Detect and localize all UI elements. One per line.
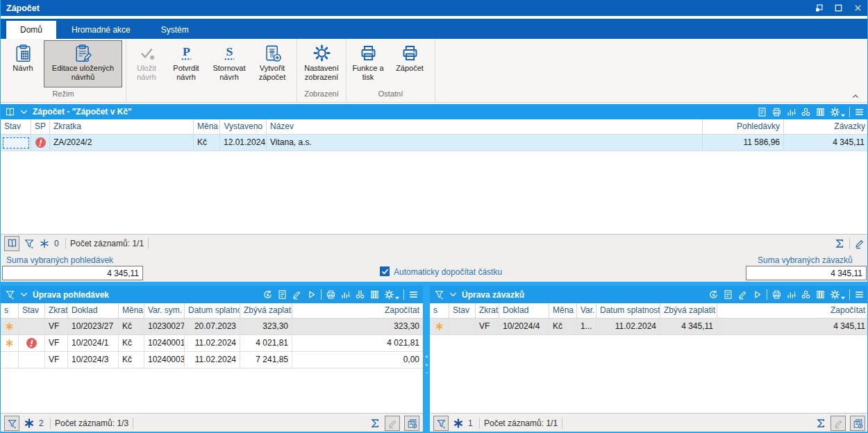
float-window-button[interactable] bbox=[809, 1, 828, 15]
column-header-datum[interactable]: Datum splatnosti bbox=[596, 303, 660, 318]
filter-button[interactable] bbox=[4, 416, 19, 431]
edit-pencil-icon[interactable] bbox=[292, 289, 302, 300]
column-header-sp[interactable]: SP bbox=[31, 119, 50, 134]
filter-icon[interactable] bbox=[5, 289, 15, 300]
refresh-currency-icon[interactable]: $ bbox=[708, 289, 719, 300]
column-header-mena[interactable]: Měna bbox=[119, 303, 144, 318]
vertical-splitter[interactable] bbox=[423, 286, 430, 432]
chevron-down-icon[interactable] bbox=[19, 108, 28, 117]
columns-icon[interactable] bbox=[815, 107, 826, 117]
chevron-down-icon[interactable] bbox=[19, 290, 28, 299]
column-header-zbyva[interactable]: Zbývá zaplatit bbox=[660, 303, 717, 318]
zapocet-print-button[interactable]: Zápočet bbox=[388, 40, 431, 87]
table-row[interactable]: VF 10/2024/1 Kč 10240001 11.02.2024 4 02… bbox=[1, 335, 423, 352]
column-header-varsym[interactable]: Var. sym. bbox=[577, 303, 596, 318]
print-icon[interactable] bbox=[771, 107, 782, 117]
play-icon[interactable] bbox=[752, 289, 762, 300]
star-filter-icon[interactable] bbox=[453, 418, 464, 429]
sum-icon[interactable] bbox=[369, 418, 381, 429]
caret-down-icon bbox=[841, 114, 845, 117]
column-header-stav[interactable]: Stav bbox=[449, 303, 476, 318]
cell-varsym: 1... bbox=[577, 319, 596, 334]
print-icon[interactable] bbox=[771, 289, 782, 300]
chart-icon[interactable] bbox=[786, 289, 796, 300]
column-header-pohledavky[interactable]: Pohledávky bbox=[703, 119, 784, 134]
column-header-doklad[interactable]: Doklad bbox=[499, 303, 549, 318]
columns-icon[interactable] bbox=[369, 289, 380, 300]
navrh-button[interactable]: Návrh bbox=[2, 40, 44, 87]
column-header-stav[interactable]: Stav bbox=[19, 303, 45, 318]
refresh-currency-icon[interactable]: $ bbox=[262, 289, 273, 300]
editace-ulozenych-navrhu-button[interactable]: Editace uložených návrhů bbox=[44, 40, 122, 87]
star-filter-icon[interactable] bbox=[24, 418, 35, 429]
table-row[interactable]: VF 10/2024/3 Kč 10240003 11.02.2024 7 24… bbox=[1, 352, 423, 368]
filter-icon[interactable] bbox=[24, 238, 35, 249]
snowflake-icon[interactable] bbox=[39, 238, 50, 249]
column-header-s[interactable]: s bbox=[430, 303, 449, 318]
column-header-stav[interactable]: Stav bbox=[1, 119, 31, 134]
edit-pencil-icon[interactable] bbox=[737, 289, 748, 300]
column-header-zkratka[interactable]: Zkratka bbox=[50, 119, 194, 134]
tab-system[interactable]: Systém bbox=[146, 21, 204, 39]
report-icon[interactable] bbox=[757, 107, 767, 117]
collapse-ribbon-icon[interactable] bbox=[851, 92, 860, 101]
auto-dopocitat-checkbox[interactable] bbox=[380, 266, 390, 276]
column-header-zavazky[interactable]: Závazky bbox=[784, 119, 868, 134]
sum-zavazky-input[interactable] bbox=[746, 266, 867, 280]
book-icon[interactable] bbox=[5, 107, 15, 117]
funkce-a-tisk-button[interactable]: Funkce a tisk bbox=[348, 40, 388, 87]
chart-icon[interactable] bbox=[786, 107, 796, 117]
column-header-zapocitat[interactable]: Započítat bbox=[292, 303, 423, 318]
close-button[interactable] bbox=[848, 1, 867, 15]
copy-add-icon bbox=[407, 418, 417, 429]
tab-hromadne-akce[interactable]: Hromadné akce bbox=[56, 21, 146, 39]
sum-icon[interactable] bbox=[815, 418, 826, 429]
edit-pencil-icon[interactable] bbox=[854, 238, 865, 249]
copy-add-button[interactable] bbox=[850, 416, 865, 431]
column-header-varsym[interactable]: Var. sym. bbox=[144, 303, 185, 318]
copy-add-button[interactable] bbox=[404, 416, 419, 431]
grid-settings-button[interactable] bbox=[830, 107, 845, 117]
filter-icon[interactable] bbox=[434, 289, 444, 300]
table-row[interactable]: ZA/2024/2 Kč 12.01.2024 Vitana, a.s. 11 … bbox=[1, 135, 868, 151]
filter-button[interactable] bbox=[433, 416, 449, 431]
column-header-zkratka[interactable]: Zkratka bbox=[45, 303, 68, 318]
column-header-mena[interactable]: Měna bbox=[194, 119, 220, 134]
sum-pohledavky-input[interactable] bbox=[2, 266, 143, 280]
column-header-doklad[interactable]: Doklad bbox=[68, 303, 119, 318]
grid-settings-button[interactable] bbox=[384, 289, 399, 300]
table-row[interactable]: VF 10/2023/27 Kč 10230027 20.07.2023 323… bbox=[1, 319, 423, 335]
column-header-nazev[interactable]: Název bbox=[267, 119, 703, 134]
column-header-datum[interactable]: Datum splatnosti bbox=[185, 303, 240, 318]
column-header-zapocitat[interactable]: Započítat bbox=[717, 303, 868, 318]
tab-domu[interactable]: Domů bbox=[6, 21, 56, 39]
nastaveni-zobrazeni-button[interactable]: Nastavení zobrazení bbox=[299, 40, 344, 87]
maximize-button[interactable] bbox=[828, 1, 848, 15]
print-icon[interactable] bbox=[326, 289, 336, 300]
column-header-zbyva[interactable]: Zbývá zaplatit bbox=[240, 303, 292, 318]
report-icon[interactable] bbox=[723, 289, 733, 300]
book-view-button[interactable] bbox=[4, 236, 19, 251]
play-icon[interactable] bbox=[306, 289, 317, 300]
columns-icon[interactable] bbox=[815, 289, 826, 300]
menu-icon[interactable] bbox=[854, 289, 865, 300]
stornovat-navrh-button[interactable]: S Stornovat návrh bbox=[207, 40, 251, 87]
focused-cell[interactable] bbox=[3, 137, 29, 148]
column-header-s[interactable]: s bbox=[1, 303, 19, 318]
relations-icon[interactable] bbox=[801, 289, 811, 300]
column-header-vystaveno[interactable]: Vystaveno bbox=[220, 119, 267, 134]
relations-icon[interactable] bbox=[801, 107, 811, 117]
report-icon[interactable] bbox=[277, 289, 287, 300]
grid-settings-button[interactable] bbox=[830, 289, 845, 300]
potvrdit-navrh-button[interactable]: P Potvrdit návrh bbox=[165, 40, 207, 87]
table-row[interactable]: VF 10/2024/4 Kč 1... 11.02.2024 4 345,11… bbox=[430, 319, 868, 335]
sum-icon[interactable] bbox=[834, 238, 845, 249]
column-header-zkratka[interactable]: Zkratka bbox=[476, 303, 499, 318]
relations-icon[interactable] bbox=[355, 289, 365, 300]
chevron-down-icon[interactable] bbox=[449, 290, 458, 299]
chart-icon[interactable] bbox=[340, 289, 351, 300]
menu-icon[interactable] bbox=[854, 107, 865, 117]
menu-icon[interactable] bbox=[408, 289, 419, 300]
column-header-mena[interactable]: Měna bbox=[549, 303, 577, 318]
vytvorit-zapocet-button[interactable]: Vytvořit zápočet bbox=[251, 40, 293, 87]
